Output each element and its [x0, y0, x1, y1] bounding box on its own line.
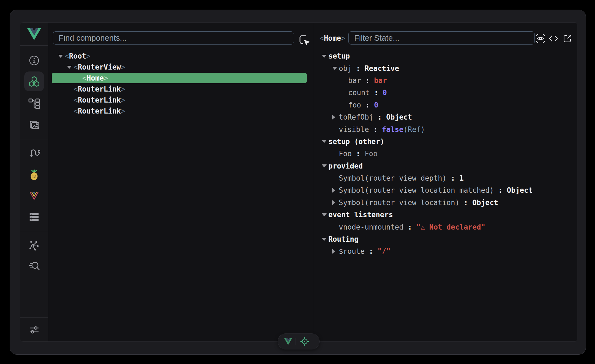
prop-value: 0	[383, 89, 387, 97]
vue-devtools-toggle-button[interactable]	[284, 338, 292, 345]
prop-colon: :	[361, 101, 374, 109]
component-tag: RouterLink	[78, 96, 121, 104]
selected-component-label: <Home>	[320, 34, 345, 42]
state-prop-count[interactable]: count : 0	[313, 87, 577, 99]
prop-key: obj	[339, 64, 352, 73]
history-list-icon[interactable]	[28, 211, 40, 223]
sidebar-divider	[20, 317, 48, 318]
bracket-close: >	[121, 107, 125, 115]
expander-down-icon[interactable]	[58, 55, 65, 58]
expander-right-icon[interactable]	[332, 115, 339, 120]
bracket-close: >	[341, 34, 345, 42]
state-section-Routing[interactable]: Routing	[313, 233, 577, 245]
state-prop-obj[interactable]: obj : Reactive	[313, 62, 577, 74]
section-label: Routing	[328, 235, 359, 243]
prop-colon: :	[494, 186, 507, 194]
prop-colon: :	[365, 247, 378, 255]
state-prop-toRefObj[interactable]: toRefObj : Object	[313, 111, 577, 123]
expander-down-icon[interactable]	[67, 66, 73, 69]
section-label: setup (other)	[328, 137, 384, 146]
prop-value: 0	[374, 101, 378, 109]
code-icon[interactable]	[549, 34, 558, 44]
state-prop-Symbol-router-view-location-matched-[interactable]: Symbol(router view location matched) : O…	[313, 184, 577, 196]
bracket-open: <	[73, 96, 78, 104]
find-components-input[interactable]	[53, 31, 294, 45]
floating-toolbar	[278, 333, 320, 349]
bracket-close: >	[86, 52, 91, 60]
screen: <Root><RouterView><Home><RouterLink><Rou…	[0, 0, 595, 364]
prop-key: Symbol(router view location matched)	[339, 186, 494, 194]
inspect-search-icon[interactable]	[28, 260, 40, 272]
section-label: setup	[328, 52, 350, 60]
prop-key: toRefObj	[339, 113, 373, 121]
expander-right-icon[interactable]	[332, 249, 339, 254]
eye-scan-icon[interactable]	[536, 34, 545, 45]
state-prop-Symbol-router-view-location-[interactable]: Symbol(router view location) : Object	[313, 197, 577, 209]
bracket-open: <	[82, 74, 87, 82]
bracket-open: <	[65, 52, 69, 60]
state-section-setup-other-[interactable]: setup (other)	[313, 136, 577, 148]
state-tree: setupobj : Reactivebar : barcount : 0foo…	[313, 50, 577, 258]
state-section-event-listeners[interactable]: event listeners	[313, 209, 577, 221]
bracket-close: >	[104, 74, 108, 82]
pinia-icon[interactable]	[28, 168, 40, 180]
expander-right-icon[interactable]	[332, 200, 339, 205]
external-link-icon[interactable]	[563, 34, 572, 45]
devtools-window: <Root><RouterView><Home><RouterLink><Rou…	[10, 10, 586, 355]
state-prop-Symbol-router-view-depth-[interactable]: Symbol(router view depth) : 1	[313, 172, 577, 184]
vue-router-icon[interactable]	[28, 190, 40, 202]
component-hierarchy-icon[interactable]	[28, 97, 40, 109]
prop-key: $route	[339, 247, 365, 255]
prop-value: Object	[386, 113, 412, 121]
state-prop-visible[interactable]: visible : false(Ref)	[313, 123, 577, 135]
state-prop-vnode-unmounted[interactable]: vnode-unmounted : "⚠ Not declared"	[313, 221, 577, 233]
select-component-icon[interactable]	[298, 34, 311, 48]
info-icon[interactable]	[28, 54, 40, 67]
state-prop-bar[interactable]: bar : bar	[313, 75, 577, 87]
assets-icon[interactable]	[28, 119, 40, 131]
hooks-icon[interactable]	[28, 147, 40, 159]
expander-down-icon[interactable]	[322, 238, 328, 241]
prop-colon: :	[369, 125, 382, 134]
tree-row-routerlink[interactable]: <RouterLink>	[48, 95, 313, 106]
bracket-close: >	[121, 63, 125, 71]
expander-down-icon[interactable]	[322, 213, 328, 216]
prop-colon: :	[352, 150, 365, 158]
prop-value: "/"	[378, 247, 391, 255]
expander-down-icon[interactable]	[322, 55, 328, 58]
prop-colon: :	[361, 76, 374, 85]
state-section-provided[interactable]: provided	[313, 160, 577, 172]
tree-row-routerlink[interactable]: <RouterLink>	[48, 106, 313, 117]
components-icon[interactable]	[28, 75, 40, 87]
toolbar-divider	[296, 338, 296, 345]
state-prop-foo[interactable]: foo : 0	[313, 99, 577, 111]
expander-down-icon[interactable]	[332, 67, 339, 70]
prop-value: false	[382, 125, 403, 134]
expander-right-icon[interactable]	[332, 188, 339, 193]
tree-row-home[interactable]: <Home>	[48, 73, 313, 84]
settings-icon[interactable]	[28, 324, 40, 336]
state-prop-Foo[interactable]: Foo : Foo	[313, 148, 577, 160]
prop-key: visible	[339, 125, 369, 134]
expander-down-icon[interactable]	[322, 164, 328, 167]
bracket-open: <	[73, 85, 78, 93]
prop-value: "⚠ Not declared"	[416, 223, 485, 231]
target-icon[interactable]	[300, 337, 309, 346]
component-name: Home	[324, 34, 341, 42]
prop-colon: :	[352, 64, 365, 73]
tree-row-root[interactable]: <Root>	[48, 51, 313, 62]
vue-logo	[27, 28, 41, 40]
prop-key: vnode-unmounted	[339, 223, 403, 231]
state-section-setup[interactable]: setup	[313, 50, 577, 62]
component-tag: RouterLink	[78, 85, 121, 93]
state-prop-$route[interactable]: $route : "/"	[313, 245, 577, 257]
expander-down-icon[interactable]	[322, 140, 328, 143]
tree-row-routerlink[interactable]: <RouterLink>	[48, 84, 313, 95]
bracket-open: <	[320, 34, 324, 42]
prop-value: Reactive	[365, 64, 399, 73]
prop-value: (Ref)	[403, 125, 425, 134]
filter-state-input[interactable]	[348, 31, 535, 45]
devtools-content: <Root><RouterView><Home><RouterLink><Rou…	[20, 22, 577, 342]
graph-icon[interactable]	[28, 239, 40, 251]
tree-row-routerview[interactable]: <RouterView>	[48, 62, 313, 73]
